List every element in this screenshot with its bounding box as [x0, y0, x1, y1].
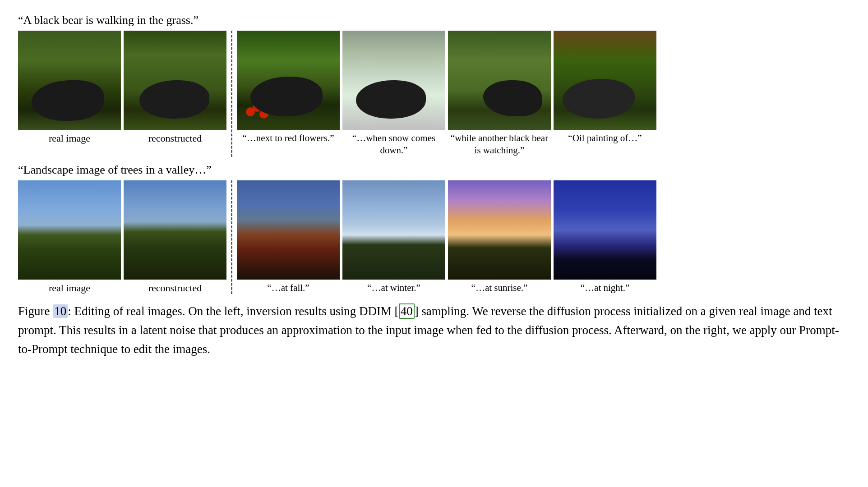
- row1-right-images: [237, 31, 656, 130]
- bear-oilpainting-image: [554, 31, 656, 130]
- row1-label: “A black bear is walking in the grass.”: [18, 14, 850, 27]
- row1-section: “A black bear is walking in the grass.” …: [18, 14, 850, 157]
- row1-left-captions: real image reconstructed: [18, 130, 226, 144]
- landscape-reconstructed-image: [124, 180, 226, 280]
- row2-right-images: [237, 180, 656, 280]
- row1-rcap-0: “…next to red flowers.”: [237, 130, 340, 157]
- row1-caption-reconstructed: reconstructed: [124, 130, 226, 144]
- bear-watching-image: [448, 31, 551, 130]
- row2-caption-real: real image: [18, 280, 121, 294]
- row2-left-images: [18, 180, 226, 280]
- dashed-divider-row1: [231, 31, 232, 157]
- bear-flowers-image: [237, 31, 340, 130]
- row2-rcap-2: “…at sunrise.”: [448, 280, 551, 294]
- row2-caption-reconstructed: reconstructed: [124, 280, 226, 294]
- reference-40: 40: [399, 303, 415, 319]
- row2-rcap-1: “…at winter.”: [342, 280, 445, 294]
- figure-caption-body: : Editing of real images. On the left, i…: [18, 303, 839, 356]
- figure-label: Figure: [18, 304, 50, 318]
- figure-caption: Figure 10: Editing of real images. On th…: [18, 302, 850, 359]
- dashed-divider-row2: [231, 180, 232, 294]
- figure-container: “A black bear is walking in the grass.” …: [18, 14, 850, 358]
- bear-reconstructed-image: [124, 31, 226, 130]
- bear-snow-image: [342, 31, 445, 130]
- row1-left-block: real image reconstructed: [18, 31, 226, 144]
- landscape-real-image: [18, 180, 121, 280]
- landscape-night-image: [554, 180, 656, 280]
- row1-rcap-2: “while another black bear is watching.”: [448, 130, 551, 157]
- row1-caption-real: real image: [18, 130, 121, 144]
- row2-images: real image reconstructed “…at fall.” “…a…: [18, 180, 850, 294]
- bear-real-image: [18, 31, 121, 130]
- row2-rcap-3: “…at night.”: [554, 280, 656, 294]
- row2-right-block: “…at fall.” “…at winter.” “…at sunrise.”…: [237, 180, 656, 294]
- row2-left-block: real image reconstructed: [18, 180, 226, 294]
- landscape-sunrise-image: [448, 180, 551, 280]
- row1-images: real image reconstructed “…next to red f…: [18, 31, 850, 157]
- row2-section: “Landscape image of trees in a valley…” …: [18, 163, 850, 294]
- row1-right-captions: “…next to red flowers.” “…when snow come…: [237, 130, 656, 157]
- landscape-fall-image: [237, 180, 340, 280]
- row2-label: “Landscape image of trees in a valley…”: [18, 163, 850, 177]
- row1-left-images: [18, 31, 226, 130]
- figure-number: 10: [53, 304, 68, 318]
- row2-right-captions: “…at fall.” “…at winter.” “…at sunrise.”…: [237, 280, 656, 294]
- row2-rcap-0: “…at fall.”: [237, 280, 340, 294]
- row1-rcap-1: “…when snow comes down.”: [342, 130, 445, 157]
- row2-left-captions: real image reconstructed: [18, 280, 226, 294]
- row1-rcap-3: “Oil painting of…”: [554, 130, 656, 157]
- landscape-winter-image: [342, 180, 445, 280]
- row1-right-block: “…next to red flowers.” “…when snow come…: [237, 31, 656, 157]
